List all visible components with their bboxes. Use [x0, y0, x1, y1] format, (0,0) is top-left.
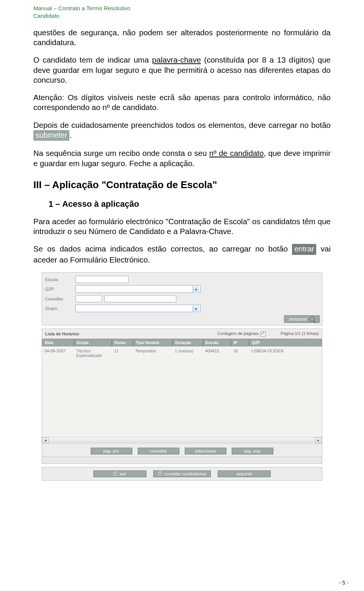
label-concelho: Concelho: [45, 297, 73, 301]
para-7a: Se os dados acima indicados estão correc… [33, 244, 292, 253]
heading-aplicacao: III – Aplicação "Contratação de Escola" [33, 179, 331, 191]
para-4: Depois de cuidadosamente preenchidos tod… [33, 120, 331, 141]
para-6: Para aceder ao formulário electrónico "C… [33, 217, 331, 236]
scrollbar-horizontal[interactable]: ◂ ▸ [42, 437, 322, 444]
contagem-label: Contagem de páginas: [217, 331, 259, 336]
underline-palavra-chave: palavra-chave [152, 55, 201, 64]
para-3: Atenção: Os dígitos visíveis neste ecrã … [33, 93, 331, 112]
pag-ant-button[interactable]: pág. ant. [91, 448, 132, 454]
page-number: - 5 - [339, 579, 349, 586]
label-escola: Escola: [45, 277, 73, 282]
para-5a: Na sequência surge um recibo onde consta… [33, 149, 209, 157]
col-tipo[interactable]: Tipo Horário [133, 339, 173, 346]
list-panel: Lista de Horários Contagem de páginas: P… [42, 329, 322, 457]
label-grupo: Grupo: [45, 306, 73, 311]
seguinte-button[interactable]: seguinte [218, 470, 271, 477]
list-viewport: ◂ ▸ [42, 360, 322, 444]
sair-button[interactable]: sair [93, 470, 146, 477]
underline-n-candidato: nº de candidato [209, 149, 264, 157]
seleccionar-button[interactable]: seleccionar [185, 448, 226, 454]
col-duracao[interactable]: Duração [173, 339, 203, 346]
doc-header: Manual – Contrato a Termo Resolutivo Can… [33, 5, 331, 19]
col-grupo[interactable]: Grupo [74, 339, 112, 346]
col-horas[interactable]: Horas [112, 339, 133, 346]
nav-buttons: pág. ant. consultar seleccionar pág. seg… [42, 444, 322, 457]
power-icon [113, 472, 117, 476]
table-row[interactable]: 04-09-2007 Técnico Especializado 11 Temp… [42, 346, 322, 360]
bottom-bar: sair consultar candidaturas seguinte [42, 467, 322, 481]
cell-data: 04-09-2007 [42, 346, 74, 360]
cell-no: 18 [231, 346, 249, 360]
power-icon [158, 472, 162, 476]
search-panel: Escola: QZP: Concelho: Grupo: pesquisar [42, 272, 322, 325]
contagem-checkbox[interactable] [260, 332, 265, 336]
concelho-input-1[interactable] [75, 295, 102, 302]
pag-seg-button[interactable]: pág. seg. [232, 448, 273, 454]
pesquisar-button[interactable]: pesquisar [284, 315, 320, 323]
col-qzp[interactable]: QZP [249, 339, 322, 346]
consultar-candidaturas-button[interactable]: consultar candidaturas [153, 470, 211, 477]
search-icon [309, 316, 315, 322]
label-qzp: QZP: [45, 287, 73, 291]
pagina-info: Página:1/1 (1 linhas) [281, 331, 319, 336]
para-2: O candidato tem de indicar uma palavra-c… [33, 55, 331, 85]
para-1: questões de segurança, não podem ser alt… [33, 28, 331, 47]
concelho-input-2[interactable] [104, 295, 176, 302]
qzp-select[interactable] [75, 285, 201, 293]
col-data[interactable]: Data [42, 339, 74, 346]
table-header-row: Data Grupo Horas Tipo Horário Duração Es… [42, 339, 322, 346]
heading-acesso: 1 – Acesso à aplicação [49, 199, 331, 209]
sair-label: sair [119, 472, 126, 476]
header-line1: Manual – Contrato a Termo Resolutivo [33, 5, 331, 12]
entrar-button-label: entrar [292, 244, 316, 255]
cell-duracao: 1 (meses) [173, 346, 203, 360]
scroll-right-button[interactable]: ▸ [315, 437, 322, 443]
cell-tipo: Temporário [133, 346, 173, 360]
escola-input[interactable] [75, 276, 129, 283]
cc-label: consultar candidaturas [164, 472, 206, 476]
grupo-select[interactable] [75, 305, 201, 312]
scroll-left-button[interactable]: ◂ [42, 437, 49, 443]
pesquisar-label: pesquisar [289, 317, 307, 321]
para-4b: . [69, 130, 72, 139]
app-screenshot: Escola: QZP: Concelho: Grupo: pesquisar … [42, 272, 322, 481]
cell-horas: 11 [112, 346, 133, 360]
col-escola[interactable]: Escola [203, 339, 231, 346]
cell-escola: 400415 [203, 346, 231, 360]
para-7: Se os dados acima indicados estão correc… [33, 244, 331, 265]
consultar-button[interactable]: consultar [138, 448, 179, 454]
submeter-button-label: submeter [33, 130, 69, 141]
header-line2: Candidato [33, 12, 331, 20]
para-2a: O candidato tem de indicar uma [33, 55, 152, 64]
spacer-bar [42, 457, 322, 464]
para-5: Na sequência surge um recibo onde consta… [33, 148, 331, 168]
cell-qzp-val: LISBOA OCIDEN [249, 346, 322, 360]
list-title: Lista de Horários [45, 332, 79, 336]
cell-grupo: Técnico Especializado [74, 346, 112, 360]
para-4a: Depois de cuidadosamente preenchidos tod… [33, 121, 331, 129]
col-no[interactable]: Nº [231, 339, 249, 346]
